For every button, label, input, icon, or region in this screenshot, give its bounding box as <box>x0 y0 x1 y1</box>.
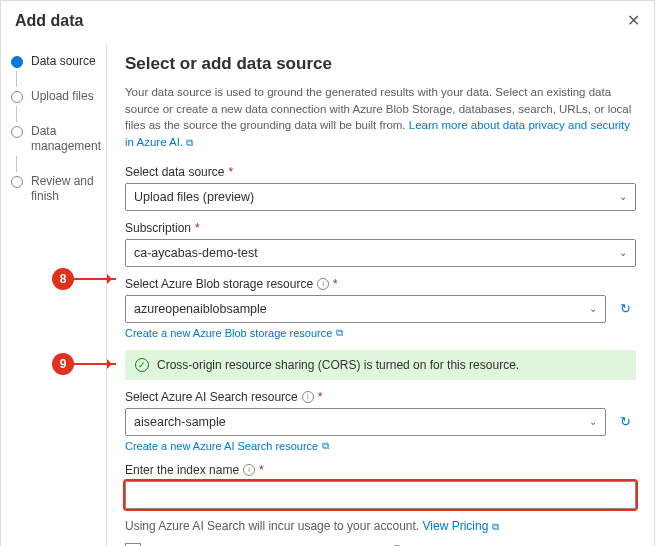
dialog-body: Data source Upload files Data management… <box>1 44 654 546</box>
label-blob-storage: Select Azure Blob storage resource i * <box>125 277 636 291</box>
step-data-source[interactable]: Data source <box>11 54 96 69</box>
external-link-icon: ⧉ <box>322 440 329 452</box>
label-index-name: Enter the index name i * <box>125 463 636 477</box>
page-title: Select or add data source <box>125 54 636 74</box>
create-ai-search-link[interactable]: Create a new Azure AI Search resource ⧉ <box>125 440 329 452</box>
check-icon: ✓ <box>135 358 149 372</box>
view-pricing-link[interactable]: View Pricing ⧉ <box>423 519 499 533</box>
usage-note: Using Azure AI Search will incur usage t… <box>125 519 636 533</box>
step-connector <box>16 156 17 172</box>
step-dot-icon <box>11 176 23 188</box>
info-icon[interactable]: i <box>243 464 255 476</box>
external-link-icon: ⧉ <box>336 327 343 339</box>
step-dot-icon <box>11 126 23 138</box>
external-link-icon: ⧉ <box>186 137 193 148</box>
step-connector <box>16 106 17 122</box>
step-data-management[interactable]: Data management <box>11 124 96 154</box>
chevron-down-icon: ⌄ <box>619 247 627 258</box>
field-subscription: Subscription * ca-aycabas-demo-test ⌄ <box>125 221 636 267</box>
label-ai-search: Select Azure AI Search resource i * <box>125 390 636 404</box>
step-connector <box>16 71 17 87</box>
info-icon[interactable]: i <box>302 391 314 403</box>
step-review-finish[interactable]: Review and finish <box>11 174 96 204</box>
blob-storage-select[interactable]: azureopenaiblobsample ⌄ <box>125 295 606 323</box>
label-data-source: Select data source * <box>125 165 636 179</box>
info-icon[interactable]: i <box>317 278 329 290</box>
refresh-blob-button[interactable]: ↻ <box>614 298 636 320</box>
create-blob-link[interactable]: Create a new Azure Blob storage resource… <box>125 327 343 339</box>
cors-banner: ✓ Cross-origin resource sharing (CORS) i… <box>125 350 636 380</box>
chevron-down-icon: ⌄ <box>589 416 597 427</box>
wizard-stepper: Data source Upload files Data management… <box>1 44 107 546</box>
subscription-select[interactable]: ca-aycabas-demo-test ⌄ <box>125 239 636 267</box>
label-subscription: Subscription * <box>125 221 636 235</box>
refresh-icon: ↻ <box>620 301 631 316</box>
field-index-name: Enter the index name i * <box>125 463 636 509</box>
data-source-select[interactable]: Upload files (preview) ⌄ <box>125 183 636 211</box>
main-panel: Select or add data source Your data sour… <box>107 44 654 546</box>
description-text: Your data source is used to ground the g… <box>125 84 636 151</box>
ai-search-select[interactable]: aisearch-sample ⌄ <box>125 408 606 436</box>
refresh-icon: ↻ <box>620 414 631 429</box>
step-upload-files[interactable]: Upload files <box>11 89 96 104</box>
dialog-title: Add data <box>15 12 83 30</box>
field-blob-storage: Select Azure Blob storage resource i * a… <box>125 277 636 340</box>
add-data-dialog: Add data ✕ Data source Upload files Data… <box>0 0 655 546</box>
field-data-source: Select data source * Upload files (previ… <box>125 165 636 211</box>
chevron-down-icon: ⌄ <box>589 303 597 314</box>
step-dot-icon <box>11 91 23 103</box>
external-link-icon: ⧉ <box>492 521 499 532</box>
step-dot-icon <box>11 56 23 68</box>
index-name-input[interactable] <box>125 481 636 509</box>
field-ai-search: Select Azure AI Search resource i * aise… <box>125 390 636 453</box>
refresh-ai-search-button[interactable]: ↻ <box>614 411 636 433</box>
dialog-header: Add data ✕ <box>1 1 654 44</box>
close-icon[interactable]: ✕ <box>627 11 640 30</box>
chevron-down-icon: ⌄ <box>619 191 627 202</box>
